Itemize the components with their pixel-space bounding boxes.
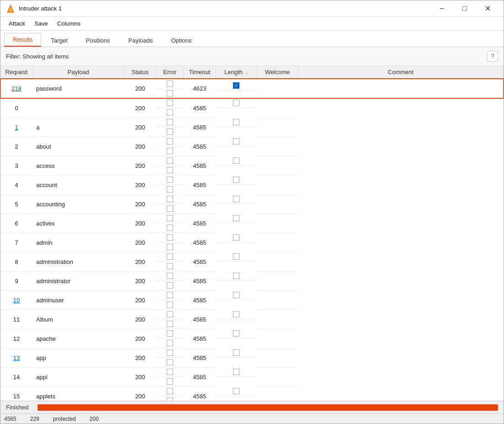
progress-bar-fill <box>38 404 498 411</box>
cell-timeout <box>156 223 184 233</box>
cell-status: 200 <box>124 194 156 214</box>
tab-positions[interactable]: Positions <box>77 34 119 47</box>
cell-comment <box>257 329 298 348</box>
cell-request[interactable]: 218 <box>0 79 33 98</box>
cell-request: 14 <box>0 367 33 386</box>
cell-timeout <box>156 127 184 137</box>
cell-request[interactable]: 13 <box>0 348 33 367</box>
table-row[interactable]: 15applets2004585 <box>0 386 504 401</box>
cell-status: 200 <box>124 137 156 156</box>
table-row[interactable]: 6activex2004585 <box>0 214 504 233</box>
col-header-comment[interactable]: Comment <box>298 66 504 79</box>
tab-payloads[interactable]: Payloads <box>119 34 161 47</box>
col-header-error[interactable]: Error <box>156 66 184 79</box>
cell-request[interactable]: 10 <box>0 290 33 310</box>
table-row[interactable]: 2about2004585 <box>0 137 504 156</box>
col-header-status[interactable]: Status <box>124 66 156 79</box>
cell-length: 4585 <box>184 348 216 367</box>
col-header-request[interactable]: Request <box>0 66 33 79</box>
checkbox-error <box>167 369 173 375</box>
table-wrapper: Request Payload Status Error Timeout Len… <box>0 66 504 401</box>
menu-save[interactable]: Save <box>30 18 53 29</box>
checkbox-welcome-unchecked <box>233 138 239 145</box>
maximize-button[interactable]: □ <box>454 2 475 16</box>
cell-length: 4585 <box>184 194 216 214</box>
table-row[interactable]: 14appl2004585 <box>0 367 504 386</box>
cell-length: 4585 <box>184 367 216 386</box>
checkbox-welcome-unchecked <box>233 369 239 375</box>
checkbox-error <box>167 292 173 298</box>
tab-results[interactable]: Results <box>4 33 41 47</box>
cell-payload: password <box>33 79 124 98</box>
cell-payload: accounting <box>33 194 124 214</box>
menu-columns[interactable]: Columns <box>53 18 85 29</box>
cell-request: 6 <box>0 214 33 233</box>
table-row[interactable]: 7admin2004585 <box>0 233 504 252</box>
table-row[interactable]: 4account2004585 <box>0 175 504 194</box>
cell-welcome <box>216 386 257 396</box>
checkbox-welcome-unchecked <box>233 157 239 164</box>
col-header-length[interactable]: Length ↓ <box>216 66 257 79</box>
help-button[interactable]: ? <box>487 51 498 62</box>
tab-target[interactable]: Target <box>42 34 76 47</box>
cell-request[interactable]: 1 <box>0 118 33 137</box>
cell-request: 2 <box>0 137 33 156</box>
col-header-timeout[interactable]: Timeout <box>184 66 216 79</box>
col-header-welcome[interactable]: Welcome <box>257 66 298 79</box>
cell-status: 200 <box>124 348 156 367</box>
table-row[interactable]: 5accounting2004585 <box>0 194 504 214</box>
cell-status: 200 <box>124 271 156 290</box>
cell-error <box>156 271 184 281</box>
table-row[interactable]: 02004585 <box>0 98 504 118</box>
checkbox-timeout <box>167 340 173 346</box>
close-button[interactable]: ✕ <box>477 2 498 16</box>
checkbox-welcome-unchecked <box>233 119 239 125</box>
cell-welcome <box>216 214 257 223</box>
svg-text:⚡: ⚡ <box>8 7 13 12</box>
table-row[interactable]: 3access2004585 <box>0 156 504 175</box>
cell-request: 15 <box>0 386 33 401</box>
bottom-item-0: 4585 <box>4 416 16 422</box>
bottom-item-2: protected <box>53 416 76 422</box>
table-row[interactable]: 11Album2004585 <box>0 310 504 329</box>
cell-comment <box>257 194 298 214</box>
cell-request: 8 <box>0 252 33 271</box>
cell-length: 4585 <box>184 233 216 252</box>
progress-bar-container <box>38 404 498 411</box>
cell-payload: access <box>33 156 124 175</box>
cell-payload: about <box>33 137 124 156</box>
cell-payload: a <box>33 118 124 137</box>
cell-error <box>156 290 184 300</box>
cell-payload: app <box>33 348 124 367</box>
table-row[interactable]: 8administration2004585 <box>0 252 504 271</box>
cell-comment <box>257 156 298 175</box>
col-header-payload[interactable]: Payload <box>33 66 124 79</box>
checkbox-welcome-unchecked <box>233 234 239 241</box>
menu-bar: Attack Save Columns <box>0 17 504 31</box>
tab-options[interactable]: Options <box>163 34 201 47</box>
cell-error <box>156 252 184 262</box>
cell-error <box>156 233 184 242</box>
table-row[interactable]: 10adminuser2004585 <box>0 290 504 310</box>
tabs-bar: Results Target Positions Payloads Option… <box>0 31 504 47</box>
checkbox-welcome-unchecked <box>233 349 239 356</box>
cell-error <box>156 156 184 166</box>
cell-comment <box>257 271 298 290</box>
table-row[interactable]: 12apache2004585 <box>0 329 504 348</box>
cell-request: 0 <box>0 98 33 118</box>
table-container[interactable]: Request Payload Status Error Timeout Len… <box>0 66 504 401</box>
checkbox-error <box>167 311 173 317</box>
cell-length: 4585 <box>184 310 216 329</box>
cell-error <box>156 367 184 377</box>
cell-welcome <box>216 233 257 242</box>
menu-attack[interactable]: Attack <box>4 18 30 29</box>
minimize-button[interactable]: − <box>431 2 452 16</box>
table-row[interactable]: 1a2004585 <box>0 118 504 137</box>
checkbox-error <box>167 388 173 394</box>
table-row[interactable]: 218password2004623✓ <box>0 79 504 98</box>
checkbox-welcome-unchecked <box>233 177 239 183</box>
table-row[interactable]: 13app2004585 <box>0 348 504 367</box>
table-row[interactable]: 9administrator2004585 <box>0 271 504 290</box>
cell-timeout <box>156 319 184 329</box>
filter-bar: Filter: Showing all items ? <box>0 47 504 66</box>
